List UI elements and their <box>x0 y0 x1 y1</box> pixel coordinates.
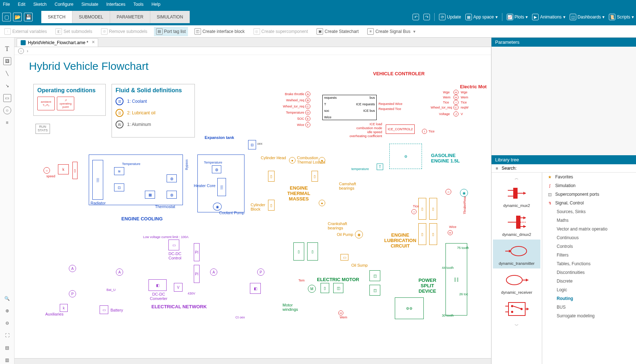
layout1-icon[interactable]: ▤ <box>3 344 11 352</box>
port-a[interactable]: A <box>305 92 310 97</box>
battery-block[interactable]: ▭ <box>100 305 108 314</box>
motor-block3[interactable]: ▯ <box>293 242 304 261</box>
tree-discontinuities[interactable]: Discontinuities <box>542 268 636 277</box>
net-node1[interactable]: A <box>116 268 123 276</box>
tab-sketch[interactable]: SKETCH <box>41 11 72 23</box>
cool-comp2[interactable]: ⊡ <box>114 183 124 191</box>
therm-res3[interactable]: ▯ <box>311 171 318 182</box>
motor-out1[interactable]: ◫ <box>369 270 380 281</box>
net-node2[interactable]: A <box>210 268 217 276</box>
home-icon[interactable]: ⌂ <box>18 48 24 54</box>
menu-edit[interactable]: Edit <box>18 2 25 7</box>
menu-tools[interactable]: Tools <box>133 2 143 7</box>
temp-port[interactable]: T <box>377 164 383 170</box>
redo-button[interactable]: ↷ <box>423 14 430 20</box>
k-block[interactable]: k <box>60 304 68 312</box>
operating-point-chip[interactable]: ↗operating point <box>57 97 74 110</box>
update-button[interactable]: ⟳Update <box>439 14 461 20</box>
lub-col2[interactable]: ▯ <box>429 198 437 220</box>
library-search-input[interactable] <box>519 166 633 171</box>
tree-sources[interactable]: Sources, Sinks <box>542 207 636 216</box>
therm-node3[interactable]: ● <box>319 200 325 206</box>
port-h1[interactable]: H <box>453 90 459 95</box>
set-submodels-button[interactable]: ◧Set submodels <box>53 27 94 36</box>
radiator-block[interactable]: ▒ <box>92 160 103 200</box>
tree-routing[interactable]: Routing <box>542 294 636 303</box>
tree-surrogate[interactable]: Surrogate modeling <box>542 312 636 320</box>
thumb-dynamic-receiver[interactable]: dynamic_receiver <box>493 268 540 297</box>
ellipse-tool-icon[interactable]: ○ <box>3 106 11 114</box>
thumb-dynamic-mux2[interactable]: dynamic_mux2 <box>493 182 540 211</box>
thumb-switch[interactable] <box>493 297 540 322</box>
create-supercomponent-button[interactable]: ◎Create supercomponent <box>251 27 310 36</box>
power-split-block[interactable]: ⚙⚙ <box>395 297 424 319</box>
port-i2[interactable]: I <box>453 100 459 105</box>
lub-col3[interactable]: ▯ <box>418 223 426 245</box>
scripts-button[interactable]: 📜Scripts▾ <box>609 14 634 20</box>
aux-node2[interactable]: A <box>69 265 76 272</box>
port-e[interactable]: E <box>305 116 310 121</box>
rect-tool-icon[interactable]: ▭ <box>3 94 11 102</box>
menu-interfaces[interactable]: Interfaces <box>106 2 125 7</box>
sketch-canvas[interactable]: Hybrid Vehicle Flowchart Operating condi… <box>14 55 491 358</box>
motor-block4[interactable]: ▯ <box>307 242 318 261</box>
port-i[interactable]: I <box>422 129 427 134</box>
port-d[interactable]: D <box>305 110 310 115</box>
animations-button[interactable]: ▶Animations▾ <box>532 14 565 20</box>
zoom-fit-icon[interactable]: ⛶ <box>3 331 11 339</box>
gasoline-engine-block[interactable]: ⚙ <box>389 144 422 169</box>
motor-block2[interactable]: ◫ <box>333 283 343 293</box>
inverter-block[interactable]: ◧ <box>250 283 261 294</box>
oil-sump-block[interactable]: ▭ <box>340 254 348 261</box>
speed-mux[interactable]: ▯ <box>72 162 78 179</box>
volt-block[interactable]: V <box>174 283 183 292</box>
tab-submodel[interactable]: SUBMODEL <box>72 11 110 23</box>
tree-favorites[interactable]: ★Favorites <box>542 173 636 181</box>
port-h4[interactable]: H <box>338 310 343 316</box>
create-interface-block-button[interactable]: ◫Create interface block <box>192 27 247 36</box>
menu-configure[interactable]: Configure <box>55 2 74 7</box>
dcdc-converter-block[interactable]: ◧ <box>148 279 167 291</box>
aux-node1[interactable]: P <box>69 290 76 297</box>
tree-maths[interactable]: Maths <box>542 216 636 225</box>
port-j[interactable]: J <box>453 111 459 117</box>
port-h3[interactable]: H <box>448 230 453 235</box>
motor-out2[interactable]: ◫ <box>369 285 380 296</box>
tree-logic[interactable]: Logic <box>542 285 636 294</box>
tree-filters[interactable]: Filters <box>542 251 636 259</box>
layout2-icon[interactable]: ▥ <box>3 356 11 364</box>
cool-comp5[interactable]: ◍ <box>167 191 177 199</box>
thumbs-scroll-up[interactable]: ︿ <box>493 175 540 182</box>
port-h2[interactable]: H <box>453 95 459 100</box>
remove-submodels-button[interactable]: ⊘Remove submodels <box>99 27 150 36</box>
menu-file[interactable]: File <box>3 2 10 7</box>
coolant-pump-block[interactable]: ◉ <box>213 203 222 211</box>
pi-block[interactable]: PI <box>194 243 200 261</box>
zoom-1-icon[interactable]: 🔍 <box>3 295 11 302</box>
undo-button[interactable]: ↶ <box>413 14 419 20</box>
motor-node[interactable]: M <box>308 285 316 293</box>
expansion-tank-block[interactable]: ⊟ <box>248 140 256 149</box>
lub-port1[interactable]: ○ <box>445 189 451 195</box>
speed-port[interactable]: ○ <box>43 167 50 174</box>
tree-controls[interactable]: Controls <box>542 242 636 251</box>
app-space-button[interactable]: ▦App space▾ <box>465 14 498 20</box>
tree-supercomponent[interactable]: ◫Supercomponent ports <box>542 190 636 199</box>
pi-block2[interactable]: PI <box>194 265 200 283</box>
therm-res2[interactable]: ▯ <box>268 200 275 211</box>
therm-node2[interactable]: ● <box>319 157 325 164</box>
lub-port2[interactable]: ◉ <box>460 189 468 197</box>
port-c[interactable]: C <box>305 104 310 109</box>
zoom-in-icon[interactable]: ⊕ <box>3 307 11 315</box>
tab-parameter[interactable]: PARAMETER <box>110 11 150 23</box>
save-doc-icon[interactable]: 💾 <box>24 13 33 21</box>
thumb-dynamic-dmux2[interactable]: dynamic_dmux2 <box>493 211 540 240</box>
oil-pump-block[interactable]: ◉ <box>355 230 363 238</box>
close-tab-icon[interactable]: ✕ <box>92 40 95 45</box>
ambient-chip[interactable]: ambientTₐ Pₐ <box>37 97 55 110</box>
tree-continuous[interactable]: Continuous <box>542 233 636 242</box>
text-tool-icon[interactable]: T <box>3 45 11 53</box>
therm-res1[interactable]: ▯ <box>268 171 275 182</box>
tab-simulation[interactable]: SIMULATION <box>150 11 190 23</box>
menu-help[interactable]: Help <box>151 2 160 7</box>
